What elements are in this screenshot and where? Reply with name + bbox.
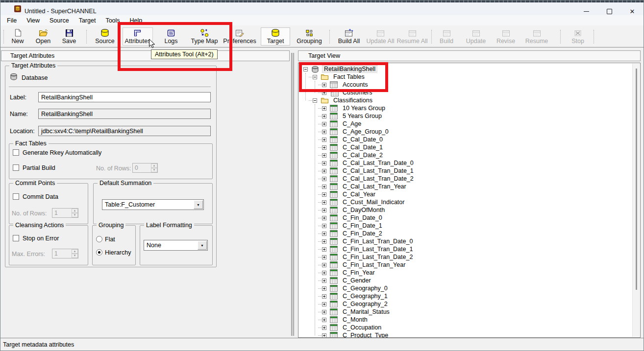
expand-icon[interactable]	[322, 224, 326, 228]
expand-icon[interactable]	[322, 200, 326, 205]
tree-item[interactable]: 10 Years Group	[298, 104, 640, 112]
expand-icon[interactable]	[322, 333, 326, 338]
grouping-button[interactable]: Grouping	[293, 27, 325, 46]
commit-data-checkbox[interactable]	[13, 193, 19, 200]
label-formatting-combo[interactable]: None▼	[144, 240, 208, 251]
tree-item[interactable]: C_Marital_Status	[298, 308, 640, 316]
expand-icon[interactable]	[322, 286, 326, 291]
expand-icon[interactable]	[322, 91, 326, 95]
tree-item[interactable]: C_Cal_Last_Tran_Date_1	[298, 167, 640, 175]
expand-icon[interactable]	[322, 192, 326, 197]
expand-icon[interactable]	[322, 310, 326, 314]
generate-rkey-checkbox[interactable]	[13, 149, 19, 156]
tree-item[interactable]: C_Fin_Last_Tran_Date_1	[298, 245, 640, 253]
expand-icon[interactable]	[322, 247, 326, 252]
tree-item[interactable]: RetailBankingShell	[298, 65, 640, 73]
tree-item[interactable]: C_Fin_Date_1	[298, 222, 640, 230]
menu-source[interactable]: Source	[45, 16, 74, 25]
expand-icon[interactable]	[322, 232, 326, 236]
tree-scrollbar-thumb[interactable]	[636, 69, 637, 290]
default-summation-combo[interactable]: Table:F_Customer▼	[102, 199, 204, 210]
expand-icon[interactable]	[322, 138, 326, 142]
tree-item[interactable]: C_Geography_1	[298, 292, 640, 300]
expand-icon[interactable]	[322, 161, 326, 165]
tree-scrollbar[interactable]	[632, 64, 640, 337]
tree-item[interactable]: C_Fin_Year	[298, 269, 640, 277]
tree-item[interactable]: C_Cal_Date_0	[298, 136, 640, 143]
expand-icon[interactable]	[322, 185, 326, 189]
target-button[interactable]: Target	[261, 27, 290, 46]
collapse-icon[interactable]	[313, 98, 317, 103]
panel-splitter[interactable]	[291, 53, 294, 336]
tree-item[interactable]: C_Fin_Date_2	[298, 230, 640, 237]
expand-icon[interactable]	[322, 208, 326, 212]
tree-item[interactable]: C_Age	[298, 120, 640, 128]
expand-icon[interactable]	[322, 83, 326, 87]
tree-item[interactable]: C_Month	[298, 316, 640, 324]
label-field[interactable]: RetailBankingShell	[38, 92, 211, 102]
hierarchy-radio[interactable]	[96, 249, 102, 256]
build-all-button[interactable]: Build All	[334, 27, 364, 46]
expand-icon[interactable]	[322, 145, 326, 150]
tree-item[interactable]: Accounts	[298, 81, 640, 89]
tree-item[interactable]: C_Cal_Last_Tran_Date_0	[298, 159, 640, 167]
tree-item[interactable]: C_Product_Type	[298, 331, 640, 338]
tree-item[interactable]: Customers	[298, 89, 640, 96]
type-map-button[interactable]: Type Map	[189, 27, 220, 46]
menu-tools[interactable]: Tools	[100, 16, 124, 25]
tree-item[interactable]: C_DayOfMonth	[298, 206, 640, 214]
menu-help[interactable]: Help	[125, 16, 148, 25]
preferences-button[interactable]: Preferences	[222, 27, 258, 46]
expand-icon[interactable]	[322, 216, 326, 220]
collapse-icon[interactable]	[313, 75, 317, 79]
tree-item[interactable]: C_Age_Group_0	[298, 128, 640, 136]
menu-file[interactable]: File	[2, 16, 22, 25]
tree-item[interactable]: C_Occupation	[298, 324, 640, 331]
logs-button[interactable]: Logs	[159, 27, 183, 46]
tree-item[interactable]: C_Cal_Date_1	[298, 143, 640, 151]
expand-icon[interactable]	[322, 177, 326, 181]
tree-item[interactable]: 5 Years Group	[298, 112, 640, 120]
expand-icon[interactable]	[322, 153, 326, 158]
tree-item[interactable]: C_Gender	[298, 277, 640, 284]
tree-item[interactable]: C_Cust_Mail_Indicator	[298, 198, 640, 206]
tree-item[interactable]: C_Fin_Last_Tran_Date_2	[298, 253, 640, 261]
menu-view[interactable]: View	[22, 16, 45, 25]
expand-icon[interactable]	[322, 122, 326, 126]
stop-on-error-checkbox[interactable]	[13, 235, 19, 241]
tree-item[interactable]: C_Cal_Last_Tran_Year	[298, 183, 640, 190]
tree-item[interactable]: C_Fin_Last_Tran_Date_0	[298, 237, 640, 245]
chevron-down-icon[interactable]: ▼	[194, 200, 203, 209]
tree-item[interactable]: C_Geography_0	[298, 284, 640, 292]
save-button[interactable]: Save	[58, 27, 80, 46]
expand-icon[interactable]	[322, 302, 326, 306]
new-button[interactable]: New	[7, 27, 28, 46]
tree-item[interactable]: Classifications	[298, 96, 640, 104]
tree-item[interactable]: C_Cal_Year	[298, 190, 640, 198]
partial-build-checkbox[interactable]	[13, 164, 19, 171]
tree-item[interactable]: C_Cal_Date_2	[298, 151, 640, 159]
source-button[interactable]: Source	[91, 27, 119, 46]
expand-icon[interactable]	[322, 106, 326, 111]
tree-item[interactable]: C_Cal_Last_Tran_Date_2	[298, 175, 640, 183]
tree-item[interactable]: Fact Tables	[298, 73, 640, 81]
expand-icon[interactable]	[322, 169, 326, 173]
expand-icon[interactable]	[322, 318, 326, 322]
expand-icon[interactable]	[322, 263, 326, 267]
expand-icon[interactable]	[322, 114, 326, 118]
chevron-down-icon[interactable]: ▼	[198, 241, 207, 250]
open-button[interactable]: Open	[31, 27, 55, 46]
expand-icon[interactable]	[322, 294, 326, 299]
expand-icon[interactable]	[322, 255, 326, 259]
expand-icon[interactable]	[322, 326, 326, 330]
collapse-icon[interactable]	[303, 67, 308, 71]
tree-item[interactable]: C_Fin_Last_Tran_Year	[298, 261, 640, 269]
tree-item[interactable]: C_Fin_Date_0	[298, 214, 640, 222]
tree-item[interactable]: C_Geography_2	[298, 300, 640, 308]
expand-icon[interactable]	[322, 271, 326, 275]
expand-icon[interactable]	[322, 239, 326, 244]
menu-target[interactable]: Target	[74, 16, 101, 25]
expand-icon[interactable]	[322, 279, 326, 283]
expand-icon[interactable]	[322, 130, 326, 134]
flat-radio[interactable]	[96, 236, 102, 242]
